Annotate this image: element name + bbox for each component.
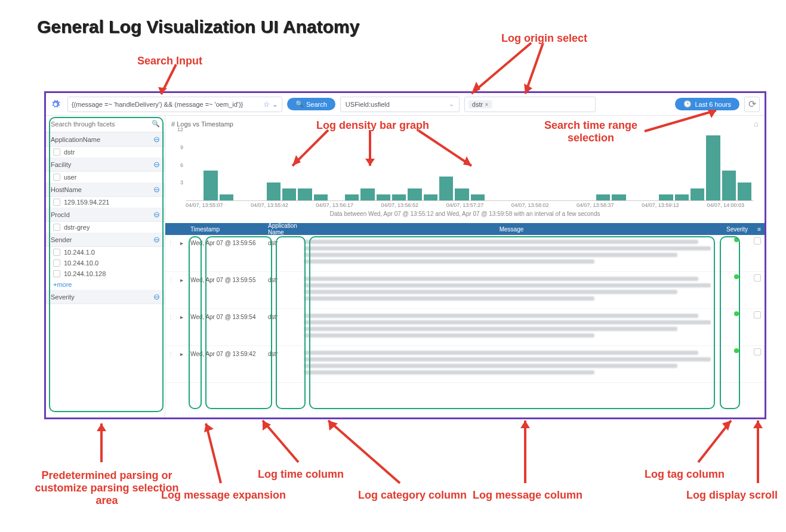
chart-bar[interactable] (298, 188, 312, 200)
x-tick: 04/07, 13:58:37 (577, 202, 614, 208)
svg-marker-21 (328, 420, 338, 431)
facet-item[interactable]: user (46, 172, 165, 183)
facet-group-head[interactable]: Facility⊖ (46, 157, 165, 172)
facet-group-head[interactable]: HostName⊖ (46, 183, 165, 197)
y-tick: 9 (180, 144, 183, 150)
annot-search-input: Search Input (137, 55, 202, 67)
chevron-down-icon[interactable]: ⌄ (272, 100, 278, 109)
cell-app: dstr (264, 311, 300, 323)
chart-bar[interactable] (424, 194, 437, 200)
row-checkbox[interactable] (750, 311, 765, 318)
facet-item[interactable]: dstr (46, 147, 165, 157)
log-table: Timestamp Application Name Message Sever… (165, 223, 765, 417)
expand-icon[interactable]: ▸ (176, 274, 187, 283)
row-menu-icon[interactable]: ⋮ (165, 274, 176, 283)
collapse-icon[interactable]: ⊖ (153, 292, 160, 301)
x-tick: 04/07, 13:55:07 (186, 202, 223, 208)
collapse-icon[interactable]: ⊖ (153, 160, 160, 169)
chart-bar[interactable] (706, 135, 720, 200)
facet-group-name: HostName (51, 186, 82, 193)
chart-bar[interactable] (267, 183, 281, 200)
close-icon[interactable]: × (485, 101, 488, 108)
chart-bar[interactable] (282, 188, 296, 200)
chart-bar[interactable] (360, 188, 374, 200)
chart-bar[interactable] (439, 177, 453, 200)
annot-time-col: Log time column (258, 468, 344, 481)
expand-icon[interactable]: ▸ (176, 348, 187, 357)
chart-plot[interactable]: 12963 (186, 129, 754, 201)
collapse-icon[interactable]: ⊖ (153, 185, 160, 194)
th-app[interactable]: Application Name (264, 223, 300, 236)
toolbar: {(message =~ 'handleDelivery') && (messa… (46, 93, 765, 116)
chart-bar[interactable] (345, 194, 359, 200)
hamburger-icon[interactable]: ≡ (757, 226, 761, 233)
th-timestamp[interactable]: Timestamp (187, 226, 264, 233)
table-row: ⋮▸Wed, Apr 07 @ 13:59:54dstr (165, 309, 765, 346)
th-severity[interactable]: Severity (723, 226, 750, 233)
query-text: {(message =~ 'handleDelivery') && (messa… (72, 101, 261, 108)
table-body[interactable]: ⋮▸Wed, Apr 07 @ 13:59:56dstr⋮▸Wed, Apr 0… (165, 235, 765, 417)
refresh-button[interactable]: ⟳ (744, 97, 760, 112)
row-menu-icon[interactable]: ⋮ (165, 237, 176, 246)
collapse-icon[interactable]: ⊖ (153, 235, 160, 244)
facet-group-head[interactable]: ProcId⊖ (46, 208, 165, 222)
row-checkbox[interactable] (750, 237, 765, 245)
chart-bar[interactable] (722, 171, 736, 200)
annot-origin-select: Log origin select (501, 32, 587, 45)
facet-group-name: Severity (51, 293, 75, 301)
row-checkbox[interactable] (750, 274, 765, 282)
chart-bar[interactable] (314, 194, 328, 200)
facet-group-head[interactable]: Sender⊖ (46, 233, 165, 247)
row-checkbox[interactable] (750, 348, 765, 355)
chart-bar[interactable] (392, 194, 406, 200)
facet-item[interactable]: 129.159.94.221 (46, 197, 165, 208)
row-menu-icon[interactable]: ⋮ (165, 311, 176, 320)
home-icon[interactable]: ⌂ (754, 119, 759, 128)
facet-item[interactable]: 10.244.10.0 (46, 258, 165, 268)
search-button[interactable]: 🔍 Search (287, 98, 335, 110)
chart-bar[interactable] (377, 194, 390, 200)
collapse-icon[interactable]: ⊖ (153, 135, 160, 144)
facet-search-input[interactable] (51, 120, 152, 128)
star-icon[interactable]: ☆ (263, 100, 270, 109)
facet-more-link[interactable]: +more (46, 279, 165, 290)
x-tick: 04/07, 13:57:27 (446, 202, 484, 208)
time-range-button[interactable]: 🕒 Last 6 hours (675, 98, 739, 110)
chart-bar[interactable] (612, 194, 625, 200)
facet-item[interactable]: 10.244.10.128 (46, 268, 165, 279)
chevron-down-icon: ⌄ (449, 100, 454, 108)
chart-bar[interactable] (675, 194, 689, 200)
facet-group-head[interactable]: Severity⊖ (46, 290, 165, 304)
expand-icon[interactable]: ▸ (176, 311, 187, 320)
svg-marker-15 (97, 423, 106, 431)
chart-bar[interactable] (659, 194, 673, 200)
x-tick: 04/07, 13:55:42 (251, 202, 288, 208)
chart-bar[interactable] (220, 194, 233, 200)
chart-bar[interactable] (204, 171, 217, 200)
facet-item[interactable]: dstr-grey (46, 222, 165, 233)
collapse-icon[interactable]: ⊖ (153, 210, 160, 219)
chart-bar[interactable] (691, 188, 704, 200)
facet-item[interactable]: 10.244.1.0 (46, 247, 165, 258)
expand-icon[interactable]: ▸ (176, 237, 187, 246)
chart-bar[interactable] (471, 194, 485, 200)
time-range-label: Last 6 hours (695, 101, 731, 108)
annot-display-scroll: Log display scroll (686, 489, 778, 502)
origin-select[interactable]: USField:usfield ⌄ (340, 97, 460, 112)
th-message[interactable]: Message (300, 226, 723, 233)
chart-bar[interactable] (408, 188, 421, 200)
tag-chip[interactable]: dstr × (468, 100, 492, 109)
svg-line-0 (161, 64, 176, 94)
magnifier-icon: 🔍 (295, 100, 304, 108)
chart-bar[interactable] (455, 188, 468, 200)
y-tick: 12 (177, 126, 183, 132)
query-input[interactable]: {(message =~ 'handleDelivery') && (messa… (67, 97, 282, 112)
svg-marker-27 (753, 420, 763, 428)
row-menu-icon[interactable]: ⋮ (165, 348, 176, 357)
facet-group-head[interactable]: ApplicationName⊖ (46, 132, 165, 147)
tag-filter-input[interactable]: dstr × (464, 97, 596, 112)
facet-search[interactable]: 🔍 (46, 116, 165, 132)
chart-bar[interactable] (596, 194, 610, 200)
y-tick: 3 (180, 180, 183, 185)
chart-bar[interactable] (738, 183, 751, 200)
